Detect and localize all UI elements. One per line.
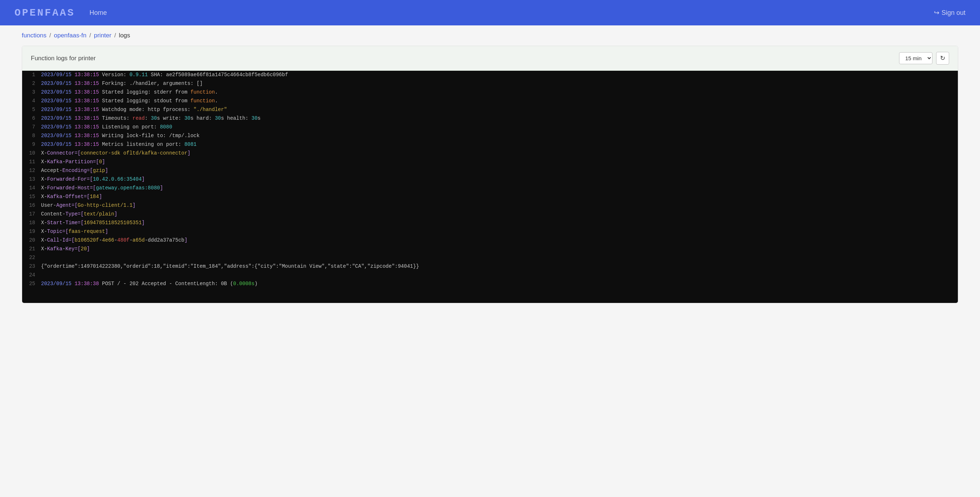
line-number: 11	[22, 158, 41, 166]
line-content: 2023/09/15 13:38:15 Listening on port: 8…	[41, 123, 958, 131]
log-line: 13 X-Forwarded-For=[10.42.0.66:35404]	[22, 175, 958, 184]
log-line: 22	[22, 254, 958, 262]
line-number: 7	[22, 123, 41, 131]
breadcrumb-namespace[interactable]: openfaas-fn	[54, 32, 87, 39]
refresh-icon: ↻	[940, 55, 945, 62]
breadcrumb-sep-2: /	[89, 32, 91, 39]
line-content: User-Agent=[Go-http-client/1.1]	[41, 201, 958, 209]
line-content: X-Connector=[connector-sdk ofltd/kafka-c…	[41, 149, 958, 157]
line-number: 18	[22, 219, 41, 227]
line-content: 2023/09/15 13:38:15 Writing lock-file to…	[41, 132, 958, 140]
line-content: 2023/09/15 13:38:15 Started logging: std…	[41, 88, 958, 96]
line-number: 24	[22, 271, 41, 279]
breadcrumb-sep-1: /	[49, 32, 51, 39]
line-content: X-Kafka-Offset=[184]	[41, 193, 958, 201]
line-content: 2023/09/15 13:38:15 Forking: ./handler, …	[41, 79, 958, 87]
log-line: 8 2023/09/15 13:38:15 Writing lock-file …	[22, 132, 958, 140]
log-line: 24	[22, 271, 958, 280]
line-number: 1	[22, 71, 41, 79]
breadcrumb-functions[interactable]: functions	[22, 32, 46, 39]
nav-home-link[interactable]: Home	[89, 9, 107, 17]
logo-suffix: FAAS	[45, 7, 75, 19]
line-number: 16	[22, 201, 41, 209]
sign-out-button[interactable]: ↪ Sign out	[934, 9, 966, 17]
breadcrumb-current: logs	[119, 32, 130, 39]
log-line: 11 X-Kafka-Partition=[0]	[22, 158, 958, 167]
line-number: 10	[22, 149, 41, 157]
line-number: 17	[22, 210, 41, 218]
line-number: 15	[22, 193, 41, 201]
line-number: 19	[22, 227, 41, 235]
log-line: 10 X-Connector=[connector-sdk ofltd/kafk…	[22, 149, 958, 158]
line-number: 21	[22, 245, 41, 253]
line-content: X-Kafka-Key=[20]	[41, 245, 958, 253]
time-select[interactable]: 15 min 30 min 1 hour	[899, 52, 932, 64]
logo: OPENFAAS	[14, 7, 75, 19]
line-content: 2023/09/15 13:38:15 Watchdog mode: http …	[41, 106, 958, 114]
log-line: 14 X-Forwarded-Host=[gateway.openfaas:80…	[22, 184, 958, 193]
line-number: 20	[22, 236, 41, 244]
log-line: 7 2023/09/15 13:38:15 Listening on port:…	[22, 123, 958, 132]
navbar: OPENFAAS Home ↪ Sign out	[0, 0, 980, 25]
log-line: 16 User-Agent=[Go-http-client/1.1]	[22, 201, 958, 210]
line-content: X-Forwarded-Host=[gateway.openfaas:8080]	[41, 184, 958, 192]
line-number: 9	[22, 140, 41, 148]
line-number: 23	[22, 262, 41, 270]
line-number: 13	[22, 175, 41, 183]
line-content: X-Call-Id=[b106520f-4e66-480f-a65d-ddd2a…	[41, 236, 958, 244]
line-number: 5	[22, 106, 41, 114]
line-number: 6	[22, 114, 41, 122]
line-content: 2023/09/15 13:38:15 Version: 0.9.11 SHA:…	[41, 71, 958, 79]
sign-out-icon: ↪	[934, 9, 939, 17]
breadcrumb-function[interactable]: printer	[94, 32, 111, 39]
line-number: 8	[22, 132, 41, 140]
log-line: 25 2023/09/15 13:38:38 POST / - 202 Acce…	[22, 280, 958, 288]
log-line: 5 2023/09/15 13:38:15 Watchdog mode: htt…	[22, 106, 958, 114]
line-number: 3	[22, 88, 41, 96]
log-line: 4 2023/09/15 13:38:15 Started logging: s…	[22, 97, 958, 106]
line-content: 2023/09/15 13:38:15 Metrics listening on…	[41, 140, 958, 148]
navbar-left: OPENFAAS Home	[14, 7, 107, 19]
line-number: 2	[22, 79, 41, 87]
line-content: Accept-Encoding=[gzip]	[41, 167, 958, 175]
log-terminal: 1 2023/09/15 13:38:15 Version: 0.9.11 SH…	[22, 71, 958, 303]
line-number: 22	[22, 254, 41, 262]
log-title: Function logs for printer	[31, 55, 96, 62]
log-line: 15 X-Kafka-Offset=[184]	[22, 193, 958, 201]
refresh-button[interactable]: ↻	[936, 52, 949, 65]
log-line: 23 {"ordertime":1497014222380,"orderid":…	[22, 262, 958, 271]
logo-prefix: OPEN	[14, 7, 45, 19]
line-content: X-Forwarded-For=[10.42.0.66:35404]	[41, 175, 958, 183]
log-line: 20 X-Call-Id=[b106520f-4e66-480f-a65d-dd…	[22, 236, 958, 245]
log-line: 2 2023/09/15 13:38:15 Forking: ./handler…	[22, 79, 958, 88]
line-number: 4	[22, 97, 41, 105]
line-number: 25	[22, 280, 41, 288]
log-line: 19 X-Topic=[faas-request]	[22, 227, 958, 236]
log-line: 12 Accept-Encoding=[gzip]	[22, 167, 958, 175]
line-content: X-Start-Time=[1694785118525105351]	[41, 219, 958, 227]
log-header: Function logs for printer 15 min 30 min …	[22, 46, 958, 71]
log-line: 9 2023/09/15 13:38:15 Metrics listening …	[22, 140, 958, 149]
log-line: 18 X-Start-Time=[1694785118525105351]	[22, 219, 958, 227]
logs-container: Function logs for printer 15 min 30 min …	[22, 46, 958, 303]
breadcrumb: functions / openfaas-fn / printer / logs	[0, 25, 980, 46]
log-line: 1 2023/09/15 13:38:15 Version: 0.9.11 SH…	[22, 71, 958, 79]
line-content: 2023/09/15 13:38:38 POST / - 202 Accepte…	[41, 280, 958, 288]
line-content: 2023/09/15 13:38:15 Started logging: std…	[41, 97, 958, 105]
log-line: 21 X-Kafka-Key=[20]	[22, 245, 958, 254]
line-content: {"ordertime":1497014222380,"orderid":18,…	[41, 262, 958, 270]
line-content: X-Kafka-Partition=[0]	[41, 158, 958, 166]
line-content: Content-Type=[text/plain]	[41, 210, 958, 218]
line-content: 2023/09/15 13:38:15 Timeouts: read: 30s …	[41, 114, 958, 122]
sign-out-label: Sign out	[942, 9, 966, 17]
log-line: 6 2023/09/15 13:38:15 Timeouts: read: 30…	[22, 114, 958, 123]
line-content: X-Topic=[faas-request]	[41, 227, 958, 235]
log-controls: 15 min 30 min 1 hour ↻	[899, 52, 949, 65]
line-number: 12	[22, 167, 41, 175]
log-line: 3 2023/09/15 13:38:15 Started logging: s…	[22, 88, 958, 97]
line-number: 14	[22, 184, 41, 192]
log-line: 17 Content-Type=[text/plain]	[22, 210, 958, 219]
breadcrumb-sep-3: /	[115, 32, 116, 39]
terminal-padding	[22, 288, 958, 303]
